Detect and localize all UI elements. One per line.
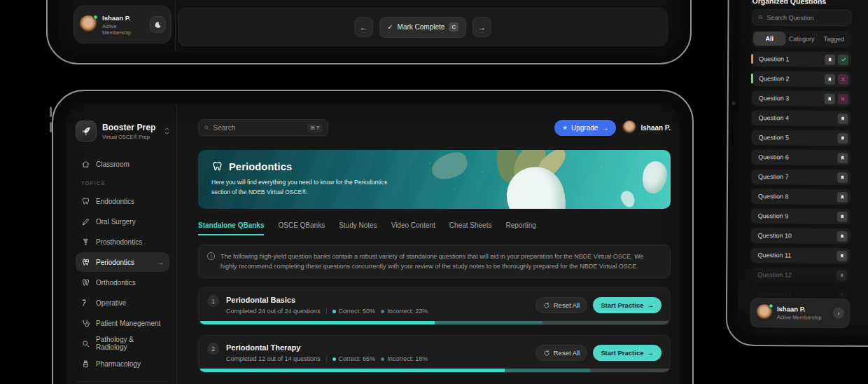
filter-category[interactable]: Category <box>785 32 818 46</box>
tab-osce-qbanks[interactable]: OSCE QBanks <box>278 221 325 235</box>
bookmark-icon[interactable] <box>825 74 835 84</box>
chevron-right-icon[interactable]: › <box>833 308 844 319</box>
sidebar-item-classroom[interactable]: Classroom <box>76 154 169 174</box>
magnifier-icon <box>81 339 90 348</box>
search-bar[interactable]: ⌘ F <box>198 119 328 136</box>
phone-user-card[interactable]: Ishaan P. Active Membership › <box>750 298 850 328</box>
topics-section-label: TOPICS <box>81 180 169 186</box>
incorrect-x-icon <box>838 74 848 84</box>
previous-question-button[interactable]: ← <box>354 17 373 37</box>
bookmark-icon[interactable] <box>837 231 848 241</box>
question-row[interactable]: Question 5 <box>751 130 850 146</box>
stethoscope-icon <box>81 319 90 328</box>
bookmark-icon[interactable] <box>837 172 848 182</box>
upgrade-button[interactable]: ★ Upgrade → <box>554 120 616 136</box>
user-card[interactable]: Ishaan P. Active Membership <box>74 6 172 43</box>
tab-video-content[interactable]: Video Content <box>391 221 435 235</box>
search-icon <box>757 14 763 20</box>
moon-icon <box>154 21 162 29</box>
question-search-input[interactable] <box>767 14 846 22</box>
incorrect-dot <box>381 357 384 361</box>
sidebar-item-label: Orthodontics <box>96 279 136 287</box>
bookmark-icon[interactable] <box>825 54 835 64</box>
qbank-completed-text: Completed 24 out of 24 questions <box>226 308 321 315</box>
tab-cheat-sheets[interactable]: Cheat Sheets <box>449 221 492 235</box>
rocket-icon <box>76 121 97 142</box>
question-row[interactable]: Question 2 <box>752 71 851 87</box>
sidebar-item-label: Pharmacology <box>96 360 141 368</box>
sidebar-item-prosthodontics[interactable]: Prosthodontics <box>76 232 169 252</box>
reset-icon <box>543 350 550 357</box>
online-status-dot <box>93 15 98 20</box>
question-row[interactable]: Question 12 <box>750 267 850 283</box>
question-search-bar[interactable] <box>752 9 851 26</box>
progress-incorrect-segment <box>505 369 589 372</box>
sidebar-item-label: Patient Manegement <box>96 320 160 327</box>
main-device-frame: Booster Prep Virtual OSCE® Prep Classroo… <box>52 90 694 384</box>
online-status-dot <box>769 303 774 308</box>
qbank-incorrect-stat: Incorrect: 18% <box>381 355 428 362</box>
sidebar-item-label: Prosthodontics <box>96 238 142 246</box>
topbar: ⌘ F ★ Upgrade → Ishaan P. <box>198 119 671 136</box>
brand-switcher[interactable]: Booster Prep Virtual OSCE® Prep <box>76 121 169 142</box>
start-practice-button[interactable]: Start Practice → <box>593 297 662 313</box>
sidebar-item-operative[interactable]: Operative <box>76 293 169 313</box>
sidebar-item-label: Periodontics <box>96 259 134 266</box>
bookmark-icon[interactable] <box>836 270 847 280</box>
phone-screen: Organized Questions All Category Tagged … <box>738 0 868 335</box>
dark-mode-toggle[interactable] <box>150 16 166 33</box>
incorrect-x-icon <box>838 93 848 104</box>
tab-study-notes[interactable]: Study Notes <box>339 221 377 235</box>
sidebar-item-oral-surgery[interactable]: Oral Surgery <box>76 212 169 231</box>
correct-dot <box>332 310 336 313</box>
filter-tagged[interactable]: Tagged <box>818 32 850 46</box>
question-row[interactable]: Question 6 <box>751 149 850 165</box>
banner-description-line2: section of the NDEB Virtual OSCE®. <box>211 188 671 198</box>
sidebar-item-periodontics[interactable]: Periodontics → <box>76 252 169 272</box>
top-device-frame: ← ✓ Mark Complete C → Ishaan P. Active M… <box>46 0 692 64</box>
sidebar-item-label: Endodontics <box>96 198 134 205</box>
user-name: Ishaan P. <box>777 305 822 313</box>
next-question-button[interactable]: → <box>472 17 491 37</box>
bookmark-icon[interactable] <box>838 113 848 123</box>
flag-accent-green <box>751 74 753 83</box>
question-row[interactable]: Question 9 <box>751 208 850 224</box>
question-row[interactable]: Question 7 <box>751 169 850 185</box>
question-footer-bar: ← ✓ Mark Complete C → <box>178 8 668 46</box>
bookmark-icon[interactable] <box>825 93 835 104</box>
bookmark-icon[interactable] <box>837 211 848 221</box>
tooth-icon <box>211 160 223 172</box>
header-user[interactable]: Ishaan P. <box>622 121 671 135</box>
reset-all-button[interactable]: Reset All <box>536 345 588 361</box>
bookmark-icon[interactable] <box>837 191 848 202</box>
reset-all-button[interactable]: Reset All <box>536 297 588 313</box>
question-row[interactable]: Question 1 <box>752 51 851 67</box>
mark-complete-button[interactable]: ✓ Mark Complete C <box>379 17 466 38</box>
volume-button <box>50 122 52 132</box>
qbank-incorrect-stat: Incorrect: 23% <box>381 308 428 315</box>
tab-standalone-qbanks[interactable]: Standalone QBanks <box>198 221 264 235</box>
sidebar-item-endodontics[interactable]: Endodontics <box>76 191 169 211</box>
question-row[interactable]: Question 8 <box>751 188 850 205</box>
sidebar-item-pathology-radiology[interactable]: Pathology & Radiology <box>76 334 169 353</box>
sidebar-item-label: Classroom <box>96 160 130 168</box>
search-input[interactable] <box>214 124 303 132</box>
avatar <box>79 15 97 34</box>
arrow-right-icon: → <box>601 124 608 132</box>
divider <box>175 0 176 52</box>
question-row[interactable]: Question 10 <box>751 228 850 244</box>
question-row[interactable]: Question 4 <box>752 110 851 126</box>
sidebar-item-patient-management[interactable]: Patient Manegement <box>76 313 169 333</box>
top-device-screen: ← ✓ Mark Complete C → Ishaan P. Active M… <box>59 0 679 52</box>
sidebar-item-orthodontics[interactable]: Orthodontics <box>76 273 169 292</box>
qbank-number-badge: 1 <box>207 295 219 307</box>
bookmark-icon[interactable] <box>836 250 847 261</box>
filter-all[interactable]: All <box>753 32 785 46</box>
bookmark-icon[interactable] <box>837 132 848 143</box>
question-row[interactable]: Question 3 <box>752 90 851 107</box>
bookmark-icon[interactable] <box>837 152 848 163</box>
sidebar-item-pharmacology[interactable]: Pharmacology <box>76 354 169 373</box>
tab-reporting[interactable]: Reporting <box>505 221 536 235</box>
question-row[interactable]: Question 11 <box>750 247 850 263</box>
start-practice-button[interactable]: Start Practice → <box>593 345 662 361</box>
